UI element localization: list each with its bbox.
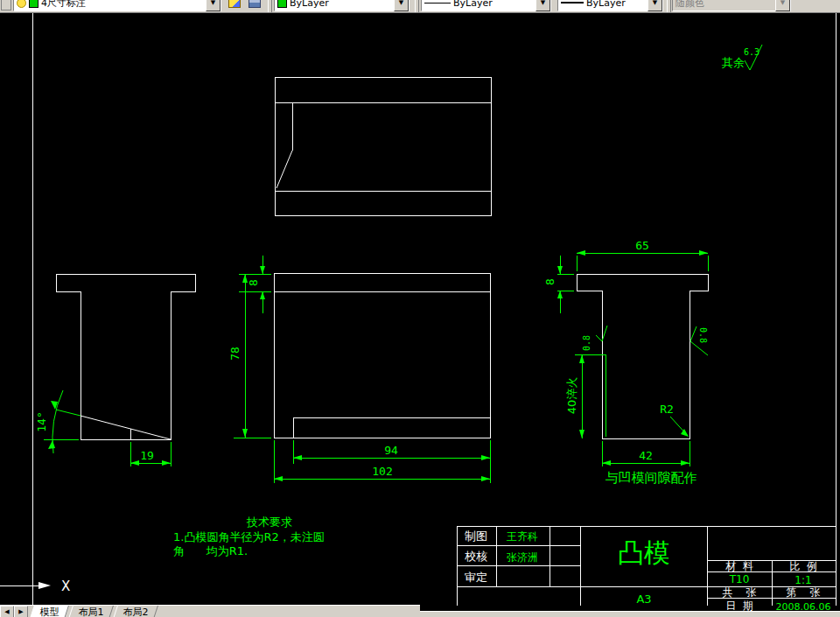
title-block: 制图 王齐科 校核 张济洲 审定 凸模 A3 材 料 比 例 T10 1:1 共… — [457, 526, 836, 613]
color-dropdown-value: ByLayer — [290, 0, 329, 9]
linetype-dropdown[interactable]: ByLayer ▼ — [421, 0, 551, 11]
dim-side-step: 19 — [140, 449, 154, 462]
layer-dropdown-arrow-icon[interactable]: ▼ — [206, 0, 220, 11]
color-dropdown-arrow-icon[interactable]: ▼ — [394, 0, 409, 11]
drawn-label: 制图 — [465, 529, 487, 543]
scale-value: 1:1 — [794, 574, 811, 586]
dim-front-inner: 94 — [384, 444, 398, 457]
layer-on-bulb-icon — [17, 0, 26, 8]
dim-right-flange: 65 — [635, 239, 649, 252]
technical-requirements: 技术要求 1.凸模圆角半径为R2，未注圆 角 均为R1. — [173, 515, 325, 557]
roughness-right-value: 0.8 — [698, 327, 708, 343]
layer-previous-button[interactable] — [246, 0, 263, 11]
toolbar-grip[interactable] — [268, 0, 272, 12]
roughness-left-value: 0.8 — [582, 335, 592, 351]
dim-right-hardening: 40淬火 — [565, 377, 578, 415]
sheet-frame — [32, 12, 836, 606]
dim-front-height: 78 — [228, 347, 242, 361]
dim-right-top: 8 — [543, 278, 556, 285]
scale-label: 比 例 — [789, 560, 817, 572]
tech-req-line2: 角 均为R1. — [173, 544, 248, 557]
color-swatch-icon — [277, 0, 287, 8]
linetype-dropdown-arrow-icon[interactable]: ▼ — [536, 0, 550, 11]
linetype-sample-icon — [424, 3, 451, 4]
surface-note-prefix: 其余 — [722, 56, 745, 69]
sheet-size: A3 — [636, 592, 651, 606]
make-object-layer-current-button[interactable] — [226, 0, 243, 11]
date-label: 日 期 — [725, 599, 753, 612]
linetype-dropdown-value: ByLayer — [453, 0, 493, 9]
plotstyle-dropdown-arrow-icon: ▼ — [775, 0, 790, 11]
toolbar-grip[interactable] — [667, 0, 671, 12]
toolbar-grip[interactable] — [415, 0, 419, 12]
part-name: 凸模 — [618, 537, 670, 568]
lineweight-dropdown-value: ByLayer — [586, 0, 626, 9]
sheet-number-label: 第 张 — [786, 586, 820, 599]
tab-nav-forward-button[interactable]: ▶ — [14, 606, 28, 617]
dim-front-outer: 102 — [372, 465, 392, 478]
toolbar-partial-icon[interactable] — [1, 0, 11, 11]
front-view-dimensions: 8 78 94 102 — [228, 256, 490, 483]
tech-req-line1: 1.凸模圆角半径为R2，未注圆 — [173, 530, 325, 543]
tab-layout1[interactable]: 布局1 — [67, 606, 114, 617]
dim-right-radius: R2 — [660, 403, 674, 416]
ucs-icon: X — [0, 578, 70, 594]
autocad-window: 4尺寸标注 ▼ ByLayer ▼ ByLayer ▼ ByLayer ▼ 随颜… — [0, 0, 840, 617]
front-view-outline — [274, 273, 490, 438]
right-view-outline — [577, 274, 708, 438]
material-value: T10 — [729, 573, 750, 585]
horizontal-scrollbar[interactable] — [420, 611, 840, 617]
checked-label: 校核 — [465, 550, 487, 563]
lineweight-dropdown[interactable]: ByLayer ▼ — [557, 0, 663, 11]
total-sheets-label: 共 张 — [722, 586, 756, 599]
side-view-dimensions: 14° 19 — [35, 390, 171, 466]
material-label: 材 料 — [724, 560, 753, 572]
right-view-dimensions: 65 8 0.8 0.8 40淬火 R2 42 与凹模间隙配作 — [543, 239, 708, 486]
fit-note: 与凹模间隙配作 — [606, 470, 697, 486]
drawn-value: 王齐科 — [507, 530, 538, 543]
properties-toolbar: 4尺寸标注 ▼ ByLayer ▼ ByLayer ▼ ByLayer ▼ 随颜… — [0, 0, 840, 13]
surface-finish-note: 其余 6.3 — [722, 45, 762, 70]
tab-layout2[interactable]: 布局2 — [112, 606, 158, 617]
dim-front-top: 8 — [247, 279, 260, 286]
tech-req-title: 技术要求 — [246, 515, 292, 529]
layer-dropdown-value: 4尺寸标注 — [41, 0, 86, 10]
make-layer-current-icon — [228, 0, 241, 8]
tab-nav-back-button[interactable]: ◀ — [0, 606, 14, 617]
tab-model[interactable]: 模型 — [29, 606, 69, 617]
layer-dropdown[interactable]: 4尺寸标注 ▼ — [13, 0, 221, 11]
model-space-canvas[interactable]: 其余 6.3 8 — [0, 12, 840, 617]
layer-previous-icon — [248, 0, 261, 8]
approved-label: 审定 — [465, 571, 487, 584]
dim-right-bottom: 42 — [639, 449, 653, 462]
checked-value: 张济洲 — [507, 551, 538, 564]
lineweight-sample-icon — [561, 2, 584, 4]
ucs-x-label: X — [61, 578, 70, 594]
dim-side-angle: 14° — [35, 411, 48, 431]
top-view-outline — [275, 77, 491, 215]
plotstyle-dropdown-value: 随颜色 — [676, 0, 704, 10]
plotstyle-dropdown: 随颜色 ▼ — [672, 0, 791, 11]
lineweight-dropdown-arrow-icon[interactable]: ▼ — [648, 0, 662, 11]
color-dropdown[interactable]: ByLayer ▼ — [274, 0, 410, 11]
layer-color-swatch-icon — [29, 0, 38, 8]
layout-tab-bar: ◀ ▶ 模型 布局1 布局2 — [0, 605, 420, 617]
